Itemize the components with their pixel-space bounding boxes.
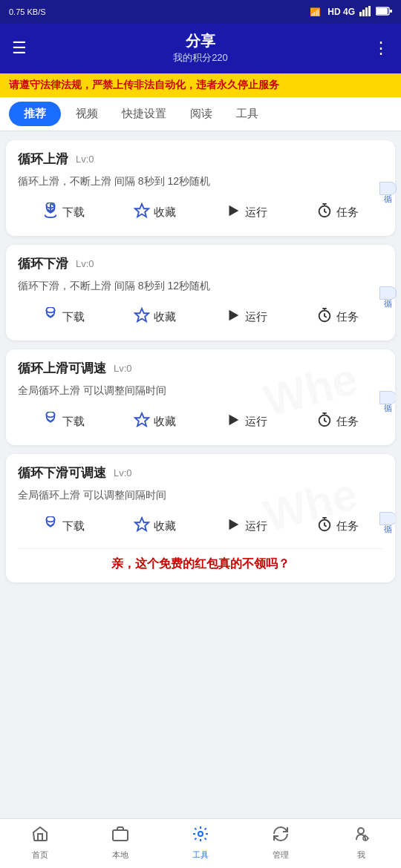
card2-side-label: 循 [379, 286, 397, 300]
card1-actions: 下载 收藏 运行 [18, 200, 383, 226]
card-循环上滑可调速: 循 Whe 循环上滑可调速 Lv:0 全局循环上滑 可以调整间隔时间 下载 [6, 349, 395, 445]
network-type: HD 4G [327, 7, 355, 17]
promo-area: 亲，这个免费的红包真的不领吗？ [18, 548, 383, 572]
card4-actions: 下载 收藏 运行 [18, 513, 383, 539]
tab-tools[interactable]: 工具 [224, 98, 270, 130]
card4-task-btn[interactable]: 任务 [310, 513, 365, 539]
network-speed: 0.75 KB/S [9, 7, 46, 16]
nav-local-label: 本地 [112, 849, 128, 861]
nav-me-label: 我 [357, 849, 365, 861]
header: ☰ 分享 我的积分220 ⋮ [0, 24, 401, 73]
battery-icon [376, 7, 392, 18]
nav-manage[interactable]: 管理 [258, 825, 303, 861]
svg-point-27 [358, 828, 364, 834]
signal-icon [359, 6, 371, 19]
svg-marker-14 [229, 310, 239, 321]
star-icon [134, 307, 150, 327]
svg-rect-1 [359, 12, 362, 16]
card1-task-label: 任务 [336, 206, 359, 220]
timer-icon [316, 203, 333, 223]
card2-task-btn[interactable]: 任务 [310, 304, 365, 330]
nav-me[interactable]: 我 [339, 825, 383, 861]
nav-manage-label: 管理 [273, 849, 289, 861]
card3-side-label: 循 [379, 391, 395, 404]
svg-point-16 [47, 412, 55, 417]
card2-actions: 下载 收藏 运行 [18, 304, 383, 330]
card2-task-label: 任务 [336, 310, 359, 324]
card2-level: Lv:0 [76, 258, 94, 269]
card1-task-btn[interactable]: 任务 [310, 200, 365, 226]
card4-download-btn[interactable]: 下载 [36, 513, 91, 539]
download-icon [42, 307, 59, 327]
card2-collect-label: 收藏 [154, 310, 176, 324]
card3-task-btn[interactable]: 任务 [310, 409, 365, 435]
status-bar: 0.75 KB/S 📶 HD 4G [0, 0, 401, 24]
card2-collect-btn[interactable]: 收藏 [128, 304, 182, 330]
card4-run-label: 运行 [245, 519, 267, 533]
tab-quickset[interactable]: 快捷设置 [110, 98, 178, 130]
card4-side-label: 循 [379, 512, 395, 525]
card2-run-btn[interactable]: 运行 [219, 304, 273, 330]
svg-marker-21 [135, 518, 149, 530]
play-icon [225, 203, 241, 223]
svg-rect-4 [368, 6, 371, 16]
nav-local[interactable]: 本地 [98, 825, 143, 861]
download-icon [42, 203, 59, 223]
more-icon[interactable]: ⋮ [365, 39, 389, 58]
svg-rect-2 [362, 10, 365, 16]
timer-icon [316, 412, 333, 432]
card2-download-btn[interactable]: 下载 [36, 304, 91, 330]
svg-marker-10 [229, 206, 239, 217]
page-title: 分享 [36, 31, 365, 51]
menu-icon[interactable]: ☰ [12, 39, 36, 58]
card1-desc: 循环上滑，不断上滑 间隔 8秒到 12秒随机 [18, 174, 383, 189]
card3-title: 循环上滑可调速 [18, 360, 106, 377]
card-循环下滑可调速: 循 Whe 循环下滑可调速 Lv:0 全局循环上滑 可以调整间隔时间 下载 [6, 454, 395, 582]
svg-rect-3 [365, 7, 368, 16]
gear-icon [352, 825, 370, 847]
svg-point-26 [198, 832, 203, 836]
svg-point-12 [47, 307, 55, 312]
svg-marker-22 [229, 519, 239, 530]
card4-task-label: 任务 [336, 519, 359, 533]
card1-download-btn[interactable]: 下载 [36, 200, 91, 226]
play-icon [225, 412, 241, 432]
nav-home[interactable]: 首页 [18, 825, 62, 861]
card2-run-label: 运行 [245, 310, 267, 324]
tab-video[interactable]: 视频 [64, 98, 110, 130]
card1-run-label: 运行 [245, 206, 267, 220]
tab-recommend[interactable]: 推荐 [9, 102, 61, 126]
content-area: 循 循环上滑 Lv:0 循环上滑，不断上滑 间隔 8秒到 12秒随机 [0, 131, 401, 591]
card2-download-label: 下载 [62, 310, 85, 324]
card4-desc: 全局循环上滑 可以调整间隔时间 [18, 487, 383, 503]
download-icon [42, 412, 59, 432]
wifi-icon: 📶 [310, 6, 323, 19]
notice-text: 请遵守法律法规，严禁上传非法自动化，违者永久停止服务 [9, 79, 279, 91]
card1-header: 循环上滑 Lv:0 [18, 151, 383, 168]
card2-header: 循环下滑 Lv:0 [18, 255, 383, 272]
tab-read[interactable]: 阅读 [178, 98, 224, 130]
card4-run-btn[interactable]: 运行 [219, 513, 273, 539]
card-循环上滑: 循 循环上滑 Lv:0 循环上滑，不断上滑 间隔 8秒到 12秒随机 [6, 140, 395, 236]
svg-rect-24 [113, 830, 128, 841]
timer-icon [316, 516, 333, 536]
card3-download-btn[interactable]: 下载 [36, 409, 91, 435]
card3-collect-btn[interactable]: 收藏 [128, 409, 182, 435]
briefcase-icon [111, 825, 129, 847]
card-循环下滑: 循 循环下滑 Lv:0 循环下滑，不断上滑 间隔 8秒到 12秒随机 下载 [6, 245, 395, 341]
home-icon [31, 825, 49, 847]
card3-run-btn[interactable]: 运行 [219, 409, 273, 435]
svg-point-20 [47, 516, 55, 522]
nav-tools[interactable]: 工具 [178, 825, 223, 861]
svg-rect-6 [376, 8, 388, 14]
svg-marker-9 [135, 204, 149, 217]
svg-marker-18 [229, 415, 239, 426]
card4-collect-btn[interactable]: 收藏 [128, 513, 182, 539]
card3-download-label: 下载 [62, 415, 85, 429]
card1-collect-btn[interactable]: 收藏 [128, 200, 182, 226]
refresh-icon [272, 825, 290, 847]
card1-run-btn[interactable]: 运行 [219, 200, 273, 226]
play-icon [225, 516, 241, 536]
card3-desc: 全局循环上滑 可以调整间隔时间 [18, 383, 383, 398]
card3-level: Lv:0 [114, 363, 132, 374]
